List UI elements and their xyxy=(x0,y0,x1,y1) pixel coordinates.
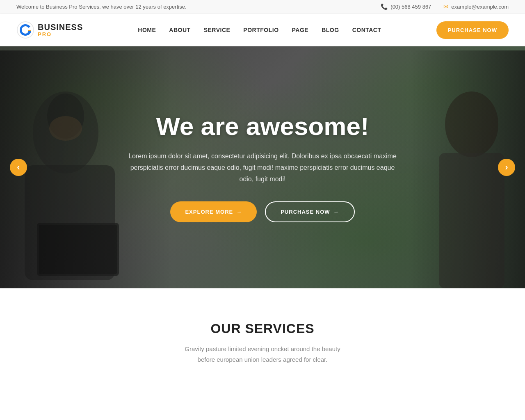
main-nav: HOME ABOUT SERVICE PORTFOLIO PAGE BLOG C… xyxy=(138,27,381,33)
header: BUSINESS PRO HOME ABOUT SERVICE PORTFOLI… xyxy=(0,14,525,46)
svg-point-3 xyxy=(49,116,82,141)
svg-rect-8 xyxy=(439,153,504,288)
hero-title: We are awesome! xyxy=(123,112,402,140)
hero-buttons: EXPLORE MORE → PURCHASE NOW → xyxy=(123,201,402,222)
slider-next-button[interactable]: › xyxy=(498,159,515,176)
services-title: OUR SERVICES xyxy=(16,321,509,336)
topbar: Welcome to Business Pro Services, we hav… xyxy=(0,0,525,14)
logo[interactable]: BUSINESS PRO xyxy=(16,21,83,39)
phone-icon: 📞 xyxy=(381,3,388,10)
nav-home[interactable]: HOME xyxy=(138,27,156,33)
nav-service[interactable]: SERVICE xyxy=(204,27,231,33)
topbar-email: ✉ example@example.com xyxy=(443,3,509,10)
hero-subtitle: Lorem ipsum dolor sit amet, consectetur … xyxy=(123,151,402,185)
email-icon: ✉ xyxy=(443,3,448,10)
hero-content: We are awesome! Lorem ipsum dolor sit am… xyxy=(115,112,410,222)
nav-about[interactable]: ABOUT xyxy=(169,27,190,33)
nav-contact[interactable]: CONTACT xyxy=(352,27,381,33)
nav-blog[interactable]: BLOG xyxy=(322,27,339,33)
logo-text: BUSINESS PRO xyxy=(38,23,83,37)
nav-page[interactable]: PAGE xyxy=(292,27,309,33)
logo-business-name: BUSINESS xyxy=(38,23,83,32)
hero-purchase-arrow-icon: → xyxy=(333,209,339,215)
arrow-left-icon: ‹ xyxy=(17,162,20,173)
explore-more-button[interactable]: EXPLORE MORE → xyxy=(170,201,257,222)
svg-point-7 xyxy=(445,91,498,157)
services-section: OUR SERVICES Gravity pasture limited eve… xyxy=(0,288,525,389)
logo-pro-tag: PRO xyxy=(38,32,83,37)
explore-arrow-icon: → xyxy=(236,209,242,215)
arrow-right-icon: › xyxy=(505,162,508,173)
svg-rect-6 xyxy=(39,225,117,274)
services-subtitle-line1: Gravity pasture limited evening oncket a… xyxy=(185,345,340,352)
slider-prev-button[interactable]: ‹ xyxy=(10,159,27,176)
purchase-now-button[interactable]: PURCHASE NOW xyxy=(436,21,509,39)
topbar-contacts: 📞 (00) 568 459 867 ✉ example@example.com xyxy=(381,3,509,10)
phone-number: (00) 568 459 867 xyxy=(390,4,431,10)
services-subtitle: Gravity pasture limited evening oncket a… xyxy=(180,344,345,365)
explore-label: EXPLORE MORE xyxy=(185,209,233,215)
hero-purchase-label: PURCHASE NOW xyxy=(281,209,330,215)
nav-portfolio[interactable]: PORTFOLIO xyxy=(243,27,278,33)
topbar-phone: 📞 (00) 568 459 867 xyxy=(381,3,431,10)
hero-purchase-button[interactable]: PURCHASE NOW → xyxy=(265,201,354,222)
email-address: example@example.com xyxy=(451,4,509,10)
services-subtitle-line2: before european union leaders agreed for… xyxy=(198,356,328,363)
logo-icon xyxy=(16,21,34,39)
hero-section: ‹ We are awesome! Lorem ipsum dolor sit … xyxy=(0,46,525,288)
topbar-welcome: Welcome to Business Pro Services, we hav… xyxy=(16,4,187,10)
